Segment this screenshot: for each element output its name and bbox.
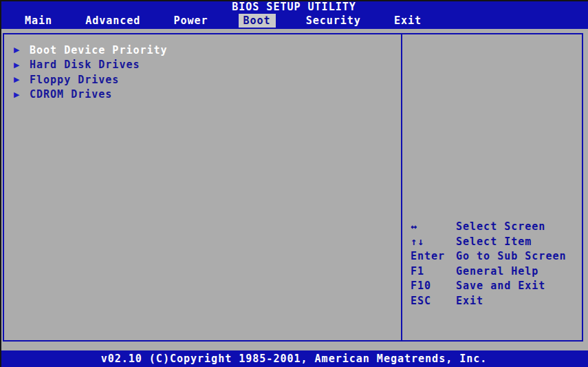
boot-option-list: ▶ Boot Device Priority ▶ Hard Disk Drive… bbox=[14, 43, 168, 102]
menu-item-label: Boot Device Priority bbox=[30, 44, 168, 56]
help-key-arrows-lr: ↔ bbox=[411, 220, 456, 235]
help-row: Enter Go to Sub Screen bbox=[411, 250, 567, 265]
help-row: F10 Save and Exit bbox=[411, 280, 567, 295]
submenu-arrow-icon: ▶ bbox=[14, 90, 30, 99]
menu-item-label: Floppy Drives bbox=[30, 74, 119, 86]
help-action: Select Item bbox=[456, 235, 532, 251]
help-row: ESC Exit bbox=[411, 295, 567, 310]
submenu-arrow-icon: ▶ bbox=[14, 75, 30, 84]
help-action: Select Screen bbox=[456, 220, 545, 235]
tab-exit[interactable]: Exit bbox=[391, 14, 424, 28]
menu-item-boot-device-priority[interactable]: ▶ Boot Device Priority bbox=[14, 43, 168, 58]
tab-advanced[interactable]: Advanced bbox=[83, 14, 143, 28]
screen-top-edge bbox=[0, 0, 588, 1]
tab-boot[interactable]: Boot bbox=[239, 14, 276, 28]
help-key-esc: ESC bbox=[411, 295, 456, 310]
help-key-arrows-ud: ↑↓ bbox=[411, 235, 456, 251]
menu-item-hard-disk-drives[interactable]: ▶ Hard Disk Drives bbox=[14, 58, 168, 73]
panel-divider bbox=[401, 33, 402, 342]
help-row: F1 General Help bbox=[411, 265, 567, 280]
page-title: BIOS SETUP UTILITY bbox=[0, 1, 588, 12]
key-help-panel: ↔ Select Screen ↑↓ Select Item Enter Go … bbox=[411, 220, 567, 309]
menu-item-label: Hard Disk Drives bbox=[30, 59, 140, 71]
tab-main[interactable]: Main bbox=[22, 14, 55, 28]
menu-item-cdrom-drives[interactable]: ▶ CDROM Drives bbox=[14, 87, 168, 103]
help-action: General Help bbox=[456, 265, 538, 280]
help-action: Save and Exit bbox=[456, 280, 545, 295]
tab-power[interactable]: Power bbox=[171, 14, 210, 28]
help-row: ↔ Select Screen bbox=[411, 220, 567, 235]
bios-setup-screen: BIOS SETUP UTILITY Main Advanced Power B… bbox=[0, 0, 588, 367]
copyright-bar: v02.10 (C)Copyright 1985-2001, American … bbox=[0, 350, 588, 367]
help-key-f1: F1 bbox=[411, 265, 456, 280]
help-row: ↑↓ Select Item bbox=[411, 235, 567, 251]
help-action: Exit bbox=[456, 295, 483, 310]
screen-left-edge bbox=[0, 0, 1, 367]
menu-item-floppy-drives[interactable]: ▶ Floppy Drives bbox=[14, 72, 168, 87]
menu-item-label: CDROM Drives bbox=[30, 88, 112, 101]
help-key-f10: F10 bbox=[411, 280, 456, 295]
submenu-arrow-icon: ▶ bbox=[14, 61, 30, 70]
submenu-arrow-icon: ▶ bbox=[14, 45, 30, 54]
menu-bar: Main Advanced Power Boot Security Exit bbox=[0, 12, 588, 29]
tab-security[interactable]: Security bbox=[303, 14, 364, 28]
help-action: Go to Sub Screen bbox=[456, 250, 567, 265]
help-key-enter: Enter bbox=[411, 250, 456, 265]
